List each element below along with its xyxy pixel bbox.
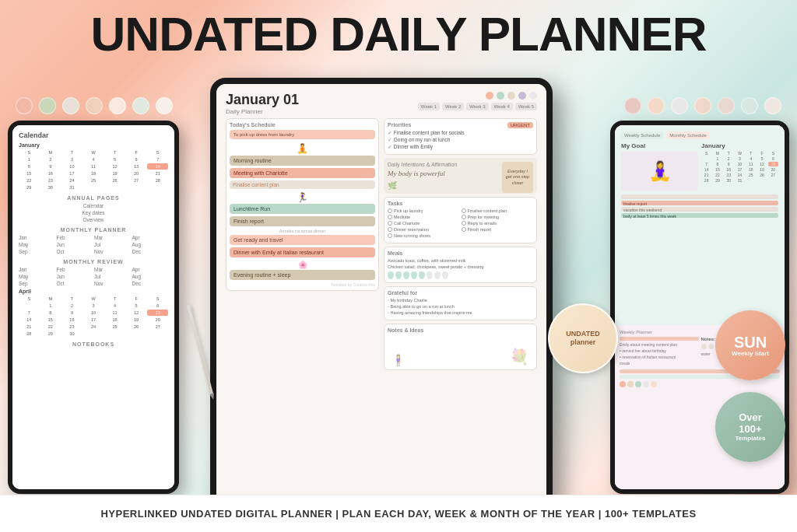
ct-icon-5 [529,92,537,100]
left-tablet-inner: Calendar January S M T W T F S 1 2 3 4 5… [12,125,174,489]
lt-mp-aug[interactable]: Aug [132,242,169,247]
ct-header: January 01 Daily Planner Week 1 Week 2 W… [226,92,537,115]
ct-week-3[interactable]: Week 3 [466,103,488,110]
ct-task-6: Finalise content plan [462,208,534,213]
lt-mr-jan[interactable]: Jan [19,267,55,272]
lt-mp-mar[interactable]: Mar [94,235,131,240]
lt-mp-dec[interactable]: Dec [132,249,169,254]
ct-icon-2 [497,92,504,100]
lt-mp-feb[interactable]: Feb [57,235,93,240]
lt-mr-mar[interactable]: Mar [94,267,131,272]
ct-grateful-box: Grateful for My birthday Charlie Being a… [384,286,537,320]
lt-cal-d: 2 [40,156,61,163]
lt-mr-sep[interactable]: Sep [19,281,55,286]
rt-line-3: vacation this weekend [621,207,778,212]
rt-wday-text2: • remind her about birthday [620,348,699,353]
lt-mr-oct[interactable]: Oct [57,281,93,286]
lt-mp-nov[interactable]: Nov [94,249,131,254]
ct-water-tracker [388,271,533,279]
rt-tab-weekly[interactable]: Weekly Schedule [621,131,663,139]
rt-tabs: Weekly Schedule Monthly Schedule [621,131,778,139]
lt-mr-apr[interactable]: Apr [132,267,169,272]
lt-jan-grid: S M T W T F S 1 2 3 4 5 6 7 8 9 10 11 12… [19,149,168,191]
lt-mr-dec[interactable]: Dec [132,281,169,286]
ct-priority-3: Dinner with Emily [388,144,533,150]
rt-mdot-1 [620,381,626,387]
lt-mp-jan[interactable]: Jan [19,235,55,240]
lt-mr-jun[interactable]: Jun [57,274,93,279]
dot-r5 [718,97,735,114]
lt-cal-d: 26 [104,177,125,184]
rt-mood-dots [620,381,780,387]
badge-undated: UNDATED planner [548,303,618,373]
ct-schedule-note2: Anneka na tomas dinner [230,229,375,233]
rt-line-4: body at least 5 times this week [621,213,778,218]
lt-link-keydates[interactable]: Key dates [83,210,105,215]
lt-mp-apr[interactable]: Apr [132,235,169,240]
lt-link-overview[interactable]: Overview [83,217,104,222]
ct-check-9 [462,227,466,232]
ct-right-header: Week 1 Week 2 Week 3 Week 4 Week 5 [418,92,537,110]
ct-schedule-meeting: Meeting with Charlotte [230,168,375,178]
rt-hdot-2 [708,344,714,349]
lt-mp-oct[interactable]: Oct [57,249,93,254]
ct-floral-illus: 🌸 [230,260,375,270]
lt-cal-d: 8 [19,163,40,170]
lt-monthly-planner-title: MONTHLY PLANNER [19,227,168,233]
lt-cal-d: 27 [126,177,147,184]
ct-schedule-note: To pick up dress from laundry [230,130,375,139]
dot-3 [62,97,79,114]
lt-cal-d: 25 [83,177,104,184]
lt-cal-d: 31 [61,184,83,191]
ct-drop-1 [388,271,394,279]
ct-schedule-evening: Evening routine + sleep [230,270,375,280]
lt-mp-jun[interactable]: Jun [57,242,93,247]
lt-mp-jul[interactable]: Jul [94,242,131,247]
ct-meal-2: Chicken salad, chickpeas, sweet potato +… [388,264,533,269]
rt-tab-monthly[interactable]: Monthly Schedule [666,131,710,139]
lt-mr-nov[interactable]: Nov [94,281,131,286]
ct-grateful-1: My birthday Charlie [388,298,533,303]
ct-date: January 01 [226,92,299,108]
ct-week-5[interactable]: Week 5 [515,103,537,110]
ct-icon-3 [507,92,515,100]
lt-mr-feb[interactable]: Feb [57,267,93,272]
ct-task-9: Finish report [462,227,534,232]
rt-wday-text4: meals [620,361,699,366]
ct-tasks-title: Tasks [388,201,533,206]
ct-week-4[interactable]: Week 4 [491,103,513,110]
ct-template-credit: Template by Creative Arts [230,282,375,287]
rt-mdot-4 [643,381,649,387]
rt-wday-text1: Emily about meeting content plan [620,342,699,347]
dot-5 [109,97,126,114]
ct-week-1[interactable]: Week 1 [418,103,440,110]
dot-r2 [648,97,665,114]
ct-week-2[interactable]: Week 2 [442,103,464,110]
lt-cal-d: 14 [147,163,168,170]
lt-annual-title: ANNUAL PAGES [19,195,168,201]
ct-task-1: Pick up laundry [388,208,460,213]
lt-mp-sep[interactable]: Sep [19,249,55,254]
rt-mdot-3 [635,381,641,387]
rt-month-label: January [701,142,778,149]
rt-top: Weekly Schedule Monthly Schedule My Goal… [615,125,785,325]
lt-mp-may[interactable]: May [19,242,55,247]
ct-notes-content: 💐 🧍‍♀️ [388,335,533,366]
bottom-bar: HYPERLINKED UNDATED DIGITAL PLANNER | PL… [0,495,797,532]
lt-link-calendar[interactable]: Calendar [83,203,104,208]
lt-mr-may[interactable]: May [19,274,55,279]
ct-drop-3 [403,271,409,279]
rt-wday-text3: • reservation of Italian restaurant [620,355,699,359]
lt-monthly-planner-grid: Jan Feb Mar Apr May Jun Jul Aug Sep Oct … [19,235,168,254]
lt-mr-jul[interactable]: Jul [94,274,131,279]
lt-mr-aug[interactable]: Aug [132,274,169,279]
lt-cal-d: 13 [126,163,147,170]
ct-inner: January 01 Daily Planner Week 1 Week 2 W… [216,84,546,507]
lt-monthly-review-title: MONTHLY REVIEW [19,259,168,264]
ct-tasks-left: Pick up laundry Meditate Call Charlotte … [388,208,460,240]
rt-mdot-2 [627,381,634,387]
lt-cal-d: 5 [104,156,125,163]
ct-check-7 [462,215,466,219]
lt-april-cal: April SMTWTFS 123456 78910111213 1415161… [19,289,168,337]
bottom-bar-text: HYPERLINKED UNDATED DIGITAL PLANNER | PL… [100,508,696,520]
